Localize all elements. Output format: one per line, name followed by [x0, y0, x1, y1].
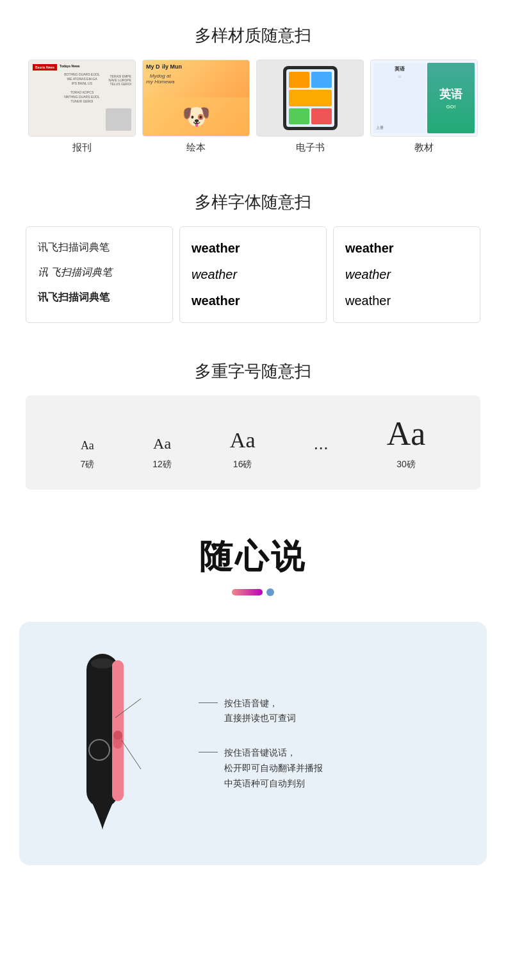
size-item-30: Aa 30磅 — [387, 415, 426, 470]
size-aa-30: Aa — [387, 415, 426, 453]
font-en1-bold: weather — [192, 241, 314, 256]
sizes-section: 多重字号随意扫 Aa 7磅 Aa 12磅 Aa 16磅 ··· Aa 30磅 — [0, 342, 506, 509]
font-en1-normal: weather — [192, 294, 314, 308]
svg-rect-3 — [113, 731, 122, 740]
speak-title: 随心说 — [26, 535, 480, 579]
material-item-newspaper: Bauris News Todays News BOTHNG DUARS EIJ… — [28, 60, 136, 154]
annotation-1-dash — [199, 702, 218, 703]
deco-dot — [266, 588, 274, 596]
device-image-wrapper — [32, 641, 173, 846]
annotation-2-text: 按住语音键说话， 松开即可自动翻译并播报 中英语种可自动判别 — [224, 745, 323, 791]
annotation-2: 按住语音键说话， 松开即可自动翻译并播报 中英语种可自动判别 — [199, 745, 474, 791]
size-dots: ··· — [313, 437, 328, 470]
device-pen-svg — [51, 641, 154, 846]
textbook-label: 教材 — [370, 142, 478, 154]
sizes-title: 多重字号随意扫 — [26, 342, 480, 395]
font-card-en2: weather weather weather — [333, 226, 480, 323]
fonts-section: 多样字体随意扫 讯飞扫描词典笔 讯 飞扫描词典笔 讯飞扫描词典笔 weather… — [0, 173, 506, 342]
speak-section: 随心说 — [0, 509, 506, 609]
material-item-tablet: 电子书 — [256, 60, 364, 154]
font-card-en1: weather weather weather — [179, 226, 327, 323]
annotation-2-dash — [199, 752, 218, 752]
fonts-title: 多样字体随意扫 — [26, 173, 480, 226]
font-cn-italic: 讯 飞扫描词典笔 — [38, 266, 161, 279]
newspaper-image: Bauris News Todays News BOTHNG DUARS EIJ… — [28, 60, 136, 137]
size-label-7: 7磅 — [80, 459, 94, 470]
material-item-textbook: 英语 ○ 上册 英语 GO! 教材 — [370, 60, 478, 154]
material-item-picbook: My D ily Mun Mydog atmy Homewa 🐶 绘本 — [142, 60, 250, 154]
speak-decoration — [26, 588, 480, 596]
svg-line-7 — [122, 740, 141, 769]
device-annotations: 按住语音键， 直接拼读也可查词 按住语音键说话， 松开即可自动翻译并播报 中英语… — [186, 696, 474, 792]
annotation-2-line: 按住语音键说话， 松开即可自动翻译并播报 中英语种可自动判别 — [199, 745, 474, 791]
font-cn-normal: 讯飞扫描词典笔 — [38, 241, 161, 254]
picbook-image: My D ily Mun Mydog atmy Homewa 🐶 — [142, 60, 250, 137]
svg-point-5 — [91, 658, 114, 669]
font-cn-bold: 讯飞扫描词典笔 — [38, 291, 161, 304]
materials-grid: Bauris News Todays News BOTHNG DUARS EIJ… — [26, 60, 480, 154]
size-aa-16: Aa — [230, 428, 256, 453]
size-aa-7: Aa — [81, 439, 94, 453]
tablet-image — [256, 60, 364, 137]
device-section: 按住语音键， 直接拼读也可查词 按住语音键说话， 松开即可自动翻译并播报 中英语… — [0, 609, 506, 891]
device-card: 按住语音键， 直接拼读也可查词 按住语音键说话， 松开即可自动翻译并播报 中英语… — [19, 622, 487, 865]
picbook-label: 绘本 — [142, 142, 250, 154]
font-en2-normal: weather — [345, 294, 468, 308]
textbook-image: 英语 ○ 上册 英语 GO! — [370, 60, 478, 137]
font-en2-bold: weather — [345, 241, 468, 256]
annotation-1: 按住语音键， 直接拼读也可查词 — [199, 696, 474, 727]
tablet-label: 电子书 — [256, 142, 364, 154]
font-en2-light-italic: weather — [345, 267, 468, 282]
deco-pill — [232, 589, 263, 595]
size-aa-12: Aa — [153, 435, 171, 453]
sizes-box: Aa 7磅 Aa 12磅 Aa 16磅 ··· Aa 30磅 — [26, 395, 480, 490]
annotation-1-line: 按住语音键， 直接拼读也可查词 — [199, 696, 474, 727]
size-item-16: Aa 16磅 — [230, 428, 256, 470]
fonts-grid: 讯飞扫描词典笔 讯 飞扫描词典笔 讯飞扫描词典笔 weather weather… — [26, 226, 480, 323]
newspaper-label: 报刊 — [28, 142, 136, 154]
size-item-12: Aa 12磅 — [152, 435, 172, 470]
size-label-30: 30磅 — [396, 459, 416, 470]
size-label-16: 16磅 — [233, 459, 252, 470]
size-label-12: 12磅 — [152, 459, 172, 470]
size-item-7: Aa 7磅 — [80, 439, 94, 470]
annotation-1-text: 按住语音键， 直接拼读也可查词 — [224, 696, 296, 727]
font-en1-italic: weather — [192, 267, 314, 282]
font-card-chinese: 讯飞扫描词典笔 讯 飞扫描词典笔 讯飞扫描词典笔 — [26, 226, 173, 323]
materials-section: 多样材质随意扫 Bauris News Todays News BOTHNG D… — [0, 0, 506, 173]
materials-title: 多样材质随意扫 — [26, 6, 480, 60]
